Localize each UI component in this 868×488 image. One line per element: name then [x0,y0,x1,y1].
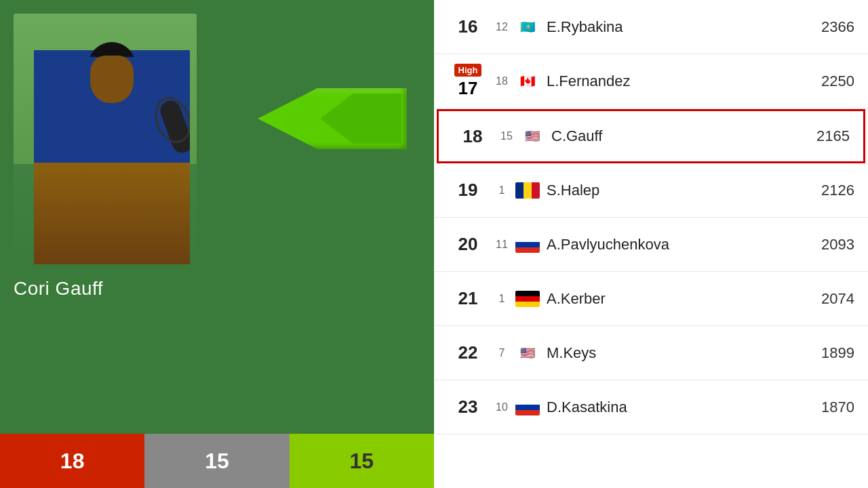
stat-value1: 15 [144,434,289,488]
rank-change: 11 [488,239,515,251]
flag-us: 🇺🇸 [515,345,540,361]
flag-kz: 🇰🇿 [515,19,540,35]
rank-number: 16 [448,16,488,37]
player-name: Cori Gauff [14,278,103,300]
ranking-row: 23 10 D.Kasatkina 1870 [434,380,868,434]
rank-number: 19 [448,180,488,201]
high-badge: High [454,64,482,77]
ranking-list: 16 12 🇰🇿 E.Rybakina 2366 High 17 18 🇨🇦 L… [434,0,868,434]
rank-change: 10 [488,401,515,413]
flag-ca: 🇨🇦 [515,73,540,89]
ranking-row: High 17 18 🇨🇦 L.Fernandez 2250 [434,54,868,109]
rank-number: 22 [448,342,488,363]
stat-value2: 15 [290,434,434,488]
left-panel: Cori Gauff 18 15 15 [0,0,434,488]
player-points: 2126 [800,182,854,199]
rank-change: 1 [488,293,515,305]
rank-number: 18 [452,126,493,147]
rank-number: 23 [448,396,488,418]
rank-with-high: High 17 [448,64,488,99]
ranking-row: 22 7 🇺🇸 M.Keys 1899 [434,326,868,380]
player-name-ranking: A.Pavlyuchenkova [547,236,800,253]
rank-change: 12 [488,21,515,33]
flag-us: 🇺🇸 [520,128,545,144]
ranking-row: 18 15 🇺🇸 C.Gauff 2165 [437,109,865,163]
player-photo [14,14,197,264]
flag-de [515,291,540,307]
player-points: 2250 [800,73,854,90]
flag-ro [515,182,540,199]
rank-change: 1 [488,184,515,197]
player-name-ranking: E.Rybakina [547,18,800,36]
rank-change: 7 [488,347,515,359]
player-name-ranking: C.Gauff [551,127,795,145]
flag-ru [515,399,540,415]
player-points: 2366 [800,18,854,36]
rank-number: 17 [458,78,478,99]
flag-ru [515,237,540,253]
player-name-ranking: S.Halep [547,182,800,199]
rank-number: 21 [448,288,488,309]
ranking-row: 16 12 🇰🇿 E.Rybakina 2366 [434,0,868,54]
player-points: 1899 [800,344,854,362]
player-name-ranking: L.Fernandez [547,73,800,90]
rank-number: 20 [448,234,488,255]
stat-rank: 18 [0,434,144,488]
right-panel: 16 12 🇰🇿 E.Rybakina 2366 High 17 18 🇨🇦 L… [434,0,868,488]
player-name-ranking: D.Kasatkina [547,399,800,416]
ranking-row: 20 11 A.Pavlyuchenkova 2093 [434,218,868,272]
rank-change: 18 [488,75,515,87]
ranking-row: 21 1 A.Kerber 2074 [434,272,868,326]
player-points: 2165 [795,127,850,145]
rank-change: 15 [493,130,520,142]
ranking-row: 19 1 S.Halep 2126 [434,163,868,218]
player-name-ranking: A.Kerber [547,290,800,308]
player-points: 1870 [800,399,854,416]
arrow-container [258,88,407,149]
player-points: 2093 [800,236,854,253]
direction-arrow [258,88,407,149]
player-name-ranking: M.Keys [547,344,800,362]
stats-bar: 18 15 15 [0,434,434,488]
player-points: 2074 [800,290,854,308]
